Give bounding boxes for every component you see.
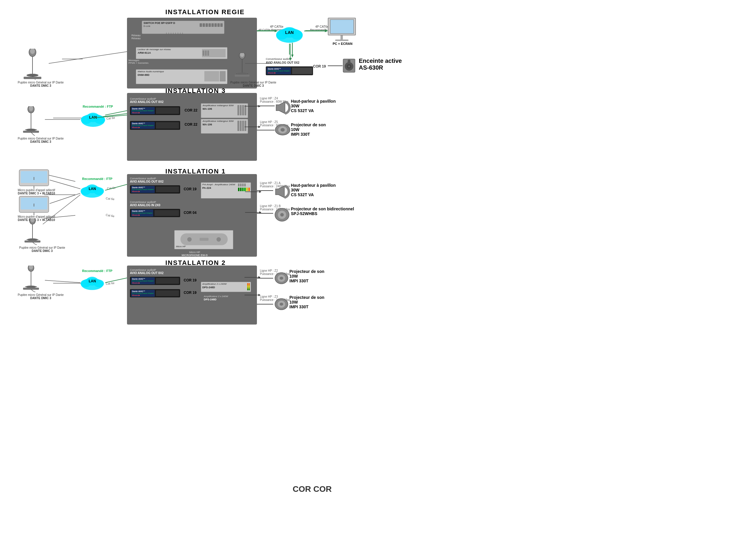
install1-line1 [257, 190, 273, 191]
main-diagram: INSTALLATION REGIE SWITCH POE 8P+2SFP D … [0, 0, 756, 534]
cat6e-install1-b: Cat 6e [106, 196, 115, 201]
install1-selective-mic1-label: Micro pupitre d'appel sélectif DANTE DMI… [18, 189, 55, 195]
install2-speaker1-label: Projecteur de son 10W IMPI 330T [289, 269, 324, 283]
switch-label: SWITCH POE 8P+2SFP D [144, 21, 175, 24]
svg-point-91 [26, 286, 36, 288]
lan-avio-line [290, 44, 291, 59]
lan-label-install3: LAN [80, 115, 106, 119]
ftp-label-install2: Recommandé : FTP [82, 269, 113, 273]
cat6e-install3: Cat 6e [106, 116, 115, 120]
install1-box: Convertisseur audioIP AVIO ANALOG OUT 8X… [127, 174, 257, 257]
lan-cloud-install3: LAN [80, 109, 106, 130]
svg-rect-56 [23, 131, 39, 133]
reseau-label: RéseauRéseau [131, 34, 141, 40]
install3-mic-label: Pupitre micro Général sur IP Dante DANTE… [18, 137, 64, 143]
install1-cor04: COR 04 [184, 211, 196, 215]
install1-avio-in: Dante AVIO™ 2CH Analog Input Adapter 4Da… [130, 209, 180, 217]
install3-avio1: Dante AVIO™ 2CH Analog Output Adapter 4D… [130, 106, 180, 115]
lan-cloud-regie: LAN [275, 24, 304, 45]
svg-point-78 [27, 239, 38, 241]
svg-marker-5 [291, 55, 293, 58]
install2-dps: Amplificateur 2 x 240W DPS-248D [201, 282, 251, 292]
cor-regie-badge: COR 19 [313, 64, 326, 68]
regie-speaker-icon [342, 58, 357, 75]
install3-amp2: Amplificateur mélangeur 60W MA-106 [201, 119, 248, 134]
install1-selective-mic2: Micro pupitre d'appel sélectif DANTE DMI… [18, 195, 55, 221]
regie-right-mic: Pupitre micro Général sur IP Dante DANTE… [230, 53, 276, 87]
amp1-to-speaker1 [257, 106, 275, 106]
install1-speaker1-label: Haut-parleur à pavillon 30W CS 532T VA [291, 183, 336, 197]
regie-left-mic: Pupitre micro Général sur IP Dante DANTE… [18, 49, 64, 87]
regie-right-mic-label: Pupitre micro Général sur IP Dante DANTE… [230, 81, 276, 87]
install2-speaker1-icon [274, 272, 289, 286]
cat6e-install1: Cat 6e [107, 186, 116, 190]
lan-label-regie: LAN [275, 30, 304, 35]
install2-box: Convertisseur audioIP AVIO ANALOG OUT 8X… [127, 266, 257, 324]
lan-pc-line [307, 31, 326, 31]
svg-point-82 [280, 213, 284, 216]
install3-speaker2-icon [275, 124, 291, 137]
svg-point-33 [348, 65, 350, 67]
install1-pa224: Pré-Ampli - Amplificateur 240W PA-224 [201, 182, 251, 198]
svg-line-105 [105, 111, 127, 115]
lan-cloud-install2: LAN [80, 274, 105, 293]
install3-cor2: COR 22 [185, 122, 197, 127]
regie-title: INSTALLATION REGIE [165, 8, 245, 16]
install2-speaker2-label: Projecteur de son 10W IMPI 330T [289, 295, 324, 309]
install2-avio: Dante AVIO™ 2CH Analog Output Adapter 4D… [130, 277, 180, 285]
install2-cor1: COR 19 [184, 278, 196, 282]
install1-general-mic-label: Pupitre micro Général sur IP Dante DANTE… [19, 246, 65, 253]
install1-avio-out: Dante AVIO™ 2CH Analog Output Adapter 4D… [130, 185, 180, 193]
cor-cor-bottom: COR COR [293, 484, 332, 494]
install1-speaker1-icon [274, 184, 290, 200]
regie-left-mic-label: Pupitre micro Général sur IP Dante DANTE… [18, 81, 64, 87]
avio-speaker-line [328, 65, 342, 66]
svg-point-59 [281, 128, 285, 132]
install3-speaker2-label: Projecteur de son 10W IMPI 330T [291, 122, 326, 137]
install2-avio2: Dante AVIO™ 2CH Analog Output Adapter 4D… [130, 289, 180, 297]
svg-rect-40 [24, 77, 41, 79]
switch-brand: D-Link [144, 25, 150, 27]
install3-avio2: Dante AVIO™ 2CH Analog Output Adapter 4D… [130, 121, 180, 130]
svg-point-45 [237, 73, 248, 75]
svg-marker-115 [259, 191, 261, 193]
ftp-label-install1: Recommandé : FTP [82, 177, 113, 181]
svg-rect-46 [235, 75, 250, 77]
lan-label-install1: LAN [80, 187, 105, 191]
install2-mic-label: Pupitre micro Général sur IP Dante DANTE… [18, 293, 64, 300]
svg-point-34 [348, 60, 351, 63]
install1-general-mic: Pupitre micro Général sur IP Dante DANTE… [19, 218, 65, 253]
amp2-to-speaker2 [257, 130, 275, 130]
install1-cor19: COR 19 [184, 187, 196, 191]
dnm-unit: Matrice Audio-numérique DNM-88D [136, 69, 228, 84]
svg-point-55 [26, 129, 36, 131]
svg-point-98 [280, 303, 283, 306]
enceinte-active-label: Enceinte active AS-630R [359, 58, 402, 71]
install2-line2 [257, 304, 273, 304]
install2-mic: Pupitre micro Général sur IP Dante DANTE… [18, 266, 64, 300]
install2-speaker2-icon [274, 298, 289, 312]
install3-speaker1-icon [275, 100, 291, 116]
install3-speaker1-label: Haut-parleur à pavillon 30W CS 532T VA [291, 99, 336, 113]
cat6e-install1-c: Cat 6e [105, 213, 115, 218]
svg-point-95 [280, 277, 283, 280]
pc-label: PC + ECRAN [326, 42, 359, 45]
switch-unit: SWITCH POE 8P+2SFP D D-Link ↓ ↓ ↓ ↓ ↓ ↓ … [142, 21, 225, 34]
install3-cor1: COR 22 [185, 108, 197, 113]
install1-speaker2-label: Projecteur de son bidirectionnel SPJ-52W… [291, 207, 354, 216]
install1-line2 [257, 213, 273, 214]
install1-speaker2-icon [274, 207, 290, 223]
install1-selective-mic1: Micro pupitre d'appel sélectif DANTE DMI… [18, 168, 55, 195]
messages-label: Messages PPMS + Sonneries [128, 59, 148, 64]
additional-lines [0, 0, 756, 534]
arm-unit: Lecteur de message sur réseau ARM-911A [136, 47, 228, 59]
pc-unit: PC + ECRAN [326, 18, 359, 47]
install2-cor2: COR 19 [184, 291, 196, 295]
install3-box: Convertisseur audioIP AVIO ANALOG OUT 8X… [127, 93, 257, 161]
install2-line1 [257, 278, 273, 278]
lan-label-install2: LAN [80, 279, 105, 283]
install3-left-mic: Pupitre micro Général sur IP Dante DANTE… [18, 106, 64, 143]
install1-microphone: Micro HP [174, 230, 233, 249]
lan-cloud-install1-top: LAN [80, 181, 105, 200]
cat6e-install2: Cat 6e [106, 281, 115, 285]
